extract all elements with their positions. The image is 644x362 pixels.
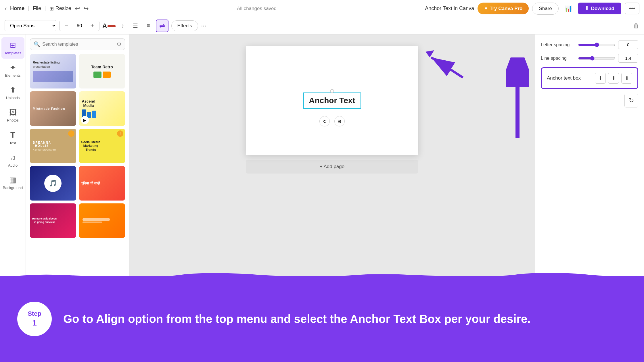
instruction-text: Go to Align option from the top menu and… (63, 311, 530, 326)
more-options-btn[interactable]: ••• (625, 3, 639, 14)
sidebar-item-text[interactable]: T Text (1, 127, 24, 149)
toolbar-trash-btn[interactable]: 🗑 (633, 22, 639, 30)
step-number: 1 (32, 318, 37, 328)
text-align-btn[interactable]: ☰ (130, 21, 141, 31)
file-menu[interactable]: File (33, 5, 41, 11)
template-card-9[interactable]: Humare Maldaibeenis going survival (30, 203, 76, 238)
download-icon: ⬇ (585, 5, 589, 11)
line-spacing-value[interactable] (618, 54, 638, 63)
resize-label: Resize (55, 5, 71, 11)
audio-icon: ♫ (10, 153, 16, 162)
canvas-page: Anchor Text ↻ ⊕ (246, 46, 418, 155)
elements-icon: ✦ (10, 63, 16, 72)
background-icon: ▦ (9, 176, 16, 184)
sidebar-item-background[interactable]: ▦ Background (1, 172, 24, 193)
templates-icon: ⊞ (10, 41, 16, 50)
filter-icon[interactable]: ⚙ (117, 41, 121, 47)
step-label: Step (28, 310, 41, 318)
template-card-2[interactable]: Team Retro (79, 54, 125, 88)
effects-btn[interactable]: Effects (171, 20, 198, 31)
toolbar: Open Sans − + A ↕ ☰ ≡ ⇌ Effects ··· 🗑 (0, 17, 644, 34)
audio-label: Audio (8, 163, 18, 167)
uploads-icon: ⬆ (10, 86, 16, 95)
home-link[interactable]: Home (10, 5, 24, 11)
anchor-box-panel: Anchor text box ⬇ ⬍ ⬆ (541, 67, 638, 89)
download-label: Download (591, 6, 614, 11)
templates-grid: Real estate listing presentation Team Re… (30, 54, 125, 238)
letter-spacing-slider[interactable] (578, 43, 615, 47)
back-icon[interactable]: ‹ (5, 5, 7, 12)
template-card-5[interactable]: BREANNAHOLLIS A BRIEF BIOGRAPHY ! (30, 129, 76, 163)
line-spacing-label: Line spacing (541, 56, 575, 61)
sidebar-item-templates[interactable]: ⊞ Templates (1, 37, 24, 59)
refresh-btn[interactable]: ↻ (624, 94, 638, 107)
top-nav: ‹ Home | File | ⊞ Resize ↩ ↪ All changes… (0, 0, 644, 17)
background-label: Background (3, 186, 23, 190)
line-spacing-row: Line spacing (541, 54, 638, 63)
text-color-btn[interactable]: A (102, 22, 116, 30)
photos-icon: 🖼 (9, 108, 17, 117)
text-spacing-btn[interactable]: ↕ (118, 21, 127, 31)
font-size-input[interactable] (72, 23, 87, 29)
search-bar: 🔍 ⚙ (30, 38, 125, 50)
align-top-btn[interactable]: ⬆ (621, 73, 632, 84)
undo-btn[interactable]: ↩ (75, 5, 80, 12)
letter-spacing-value[interactable] (618, 40, 638, 49)
sidebar-item-uploads[interactable]: ⬆ Uploads (1, 82, 24, 103)
template-card-1[interactable]: Real estate listing presentation (30, 54, 76, 88)
anchor-align-buttons: ⬇ ⬍ ⬆ (595, 73, 632, 84)
align-center-btn[interactable]: ⬍ (608, 73, 619, 84)
sidebar-item-elements[interactable]: ✦ Elements (1, 60, 24, 81)
align-active-btn[interactable]: ⇌ (156, 20, 168, 32)
text-handle-row: ↻ ⊕ (319, 116, 345, 126)
template-card-4[interactable]: AscendMedia ▶ (79, 91, 125, 126)
play-icon-4[interactable]: ▶ (81, 116, 89, 124)
anchor-text-top-handle (330, 89, 334, 93)
template-card-3[interactable]: Mintmade Fashion (30, 91, 76, 126)
vertical-arrow-annotation (506, 57, 529, 145)
align-bottom-btn[interactable]: ⬇ (595, 73, 606, 84)
redo-btn[interactable]: ↪ (83, 5, 89, 12)
svg-marker-1 (425, 50, 434, 57)
add-page-btn[interactable]: + Add page (246, 160, 418, 174)
move-handle[interactable]: ⊕ (334, 116, 345, 126)
try-pro-icon: ✦ (484, 5, 488, 11)
anchor-text-element[interactable]: Anchor Text (303, 93, 361, 109)
download-btn[interactable]: ⬇ Download (578, 3, 621, 14)
share-btn[interactable]: Share (532, 3, 558, 15)
color-swatch (108, 25, 116, 27)
templates-label: Templates (4, 51, 21, 55)
wave-decoration (0, 267, 644, 284)
step-circle: Step 1 (17, 302, 52, 336)
elements-label: Elements (5, 73, 20, 78)
warning-icon-5: ! (68, 130, 74, 137)
template-card-10[interactable] (79, 203, 125, 238)
toolbar-more-btn[interactable]: ··· (201, 22, 206, 30)
rotate-handle[interactable]: ↻ (319, 116, 330, 126)
sidebar-item-audio[interactable]: ♫ Audio (1, 150, 24, 171)
search-input[interactable] (42, 42, 114, 47)
font-size-decrease-btn[interactable]: − (62, 22, 70, 30)
template-card-7[interactable]: 🎵 (30, 166, 76, 201)
chart-btn[interactable]: 📊 (562, 3, 574, 15)
template-card-8[interactable]: गुड़िया की साड़ी (79, 166, 125, 201)
anchor-text-content: Anchor Text (309, 96, 355, 105)
bottom-overlay: Step 1 Go to Align option from the top m… (0, 276, 644, 362)
font-size-increase-btn[interactable]: + (88, 22, 96, 30)
font-family-select[interactable]: Open Sans (5, 20, 56, 31)
text-list-btn[interactable]: ≡ (144, 21, 153, 31)
anchor-box-label: Anchor text box (547, 75, 592, 81)
nav-separator2: | (45, 5, 46, 11)
text-label: Text (9, 141, 16, 145)
text-color-icon: A (102, 22, 107, 30)
sidebar-item-photos[interactable]: 🖼 Photos (1, 105, 24, 126)
resize-btn[interactable]: ⊞ Resize (49, 5, 71, 12)
line-spacing-slider[interactable] (578, 56, 615, 61)
try-pro-btn[interactable]: ✦ Try Canva Pro (478, 3, 529, 14)
font-size-control: − + (59, 21, 99, 31)
uploads-label: Uploads (6, 96, 20, 100)
template-card-6[interactable]: Social MediaMarketingTrends ! (79, 129, 125, 163)
search-icon: 🔍 (34, 41, 40, 47)
arrow-annotation (423, 49, 469, 84)
doc-title: Anchor Text in Canva (425, 5, 474, 11)
